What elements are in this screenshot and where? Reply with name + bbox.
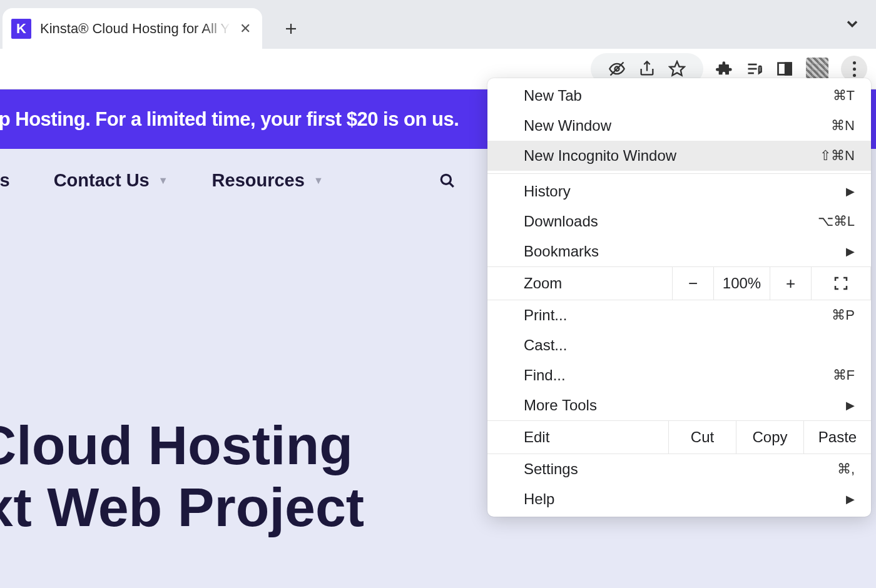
menu-label: New Tab <box>524 87 582 104</box>
menu-item-find[interactable]: Find... ⌘F <box>487 360 871 390</box>
hero-line-1: st Cloud Hosting <box>0 415 364 477</box>
new-tab-button[interactable] <box>276 14 306 44</box>
side-panel-icon[interactable] <box>776 60 793 78</box>
hero-line-2: Next Web Project <box>0 477 364 539</box>
chevron-right-icon: ▶ <box>846 185 855 198</box>
menu-shortcut: ⌘, <box>837 461 855 477</box>
fullscreen-icon <box>833 276 848 291</box>
svg-line-12 <box>450 183 454 186</box>
site-search-button[interactable] <box>439 173 456 189</box>
tabs-dropdown-button[interactable] <box>843 15 861 37</box>
nav-label: Resources <box>212 170 305 191</box>
menu-item-cast[interactable]: Cast... <box>487 330 871 360</box>
fullscreen-button[interactable] <box>811 266 871 300</box>
svg-marker-5 <box>670 61 684 75</box>
menu-item-zoom: Zoom − 100% + <box>487 266 871 300</box>
menu-item-downloads[interactable]: Downloads ⌥⌘L <box>487 206 871 236</box>
menu-separator <box>487 173 871 174</box>
chevron-right-icon: ▶ <box>846 398 855 412</box>
zoom-out-button[interactable]: − <box>672 266 713 300</box>
zoom-label: Zoom <box>487 266 672 300</box>
share-icon[interactable] <box>638 60 656 78</box>
edit-copy-button[interactable]: Copy <box>736 421 803 454</box>
chevron-down-icon: ▼ <box>313 175 323 186</box>
menu-label: New Incognito Window <box>524 147 676 165</box>
chevron-down-icon <box>843 15 861 33</box>
menu-item-history[interactable]: History ▶ <box>487 176 871 206</box>
nav-item-contact[interactable]: Contact Us ▼ <box>54 170 168 191</box>
chevron-down-icon: ▼ <box>158 175 168 186</box>
privacy-eye-icon[interactable] <box>608 60 626 78</box>
menu-label: Cast... <box>524 337 567 354</box>
zoom-in-button[interactable]: + <box>770 266 811 300</box>
menu-label: Settings <box>524 460 578 478</box>
reading-list-icon[interactable] <box>746 60 763 78</box>
tab-favicon: K <box>11 19 31 39</box>
edit-cut-button[interactable]: Cut <box>668 421 736 454</box>
puzzle-icon[interactable] <box>716 60 733 78</box>
menu-item-bookmarks[interactable]: Bookmarks ▶ <box>487 236 871 266</box>
nav-label: Contact Us <box>54 170 150 191</box>
profile-avatar[interactable] <box>806 58 828 80</box>
edit-paste-button[interactable]: Paste <box>803 421 871 454</box>
menu-shortcut: ⌥⌘L <box>818 213 855 230</box>
menu-label: Downloads <box>524 213 598 230</box>
close-icon[interactable]: ✕ <box>240 21 251 37</box>
menu-item-new-tab[interactable]: New Tab ⌘T <box>487 81 871 111</box>
nav-item-resources[interactable]: Resources ▼ <box>212 170 323 191</box>
chevron-right-icon: ▶ <box>846 492 855 506</box>
edit-label: Edit <box>487 421 668 454</box>
chevron-right-icon: ▶ <box>846 245 855 258</box>
menu-label: Bookmarks <box>524 243 599 260</box>
svg-point-11 <box>441 175 451 184</box>
menu-label: Print... <box>524 307 567 324</box>
menu-item-edit: Edit Cut Copy Paste <box>487 420 871 454</box>
menu-shortcut: ⌘F <box>833 367 855 383</box>
menu-shortcut: ⌘T <box>833 88 855 104</box>
menu-label: Help <box>524 490 554 508</box>
kebab-icon <box>853 61 856 77</box>
chrome-overflow-menu: New Tab ⌘T New Window ⌘N New Incognito W… <box>487 78 871 517</box>
hero-heading: st Cloud Hosting Next Web Project <box>0 415 364 538</box>
search-icon <box>439 173 456 189</box>
menu-label: More Tools <box>524 397 597 414</box>
menu-item-new-window[interactable]: New Window ⌘N <box>487 111 871 141</box>
menu-shortcut: ⌘P <box>832 307 855 323</box>
tab-title: Kinsta® Cloud Hosting for All Y <box>40 21 231 37</box>
menu-label: History <box>524 183 571 200</box>
nav-item-partial[interactable]: ents <box>0 170 10 191</box>
menu-item-new-incognito[interactable]: New Incognito Window ⇧⌘N <box>487 141 871 171</box>
plus-icon <box>283 21 298 36</box>
star-icon[interactable] <box>668 60 686 78</box>
menu-shortcut: ⇧⌘N <box>820 148 855 164</box>
browser-tab[interactable]: K Kinsta® Cloud Hosting for All Y ✕ <box>3 8 262 49</box>
promo-banner-text: n App Hosting. For a limited time, your … <box>0 108 459 131</box>
menu-label: New Window <box>524 117 611 134</box>
svg-rect-10 <box>785 63 791 75</box>
menu-item-more-tools[interactable]: More Tools ▶ <box>487 390 871 420</box>
menu-shortcut: ⌘N <box>831 118 855 134</box>
zoom-level: 100% <box>713 266 770 300</box>
menu-label: Find... <box>524 367 566 384</box>
nav-label: ents <box>0 170 10 191</box>
menu-item-print[interactable]: Print... ⌘P <box>487 300 871 330</box>
menu-item-help[interactable]: Help ▶ <box>487 484 871 514</box>
tab-strip: K Kinsta® Cloud Hosting for All Y ✕ <box>0 0 876 49</box>
menu-item-settings[interactable]: Settings ⌘, <box>487 454 871 484</box>
